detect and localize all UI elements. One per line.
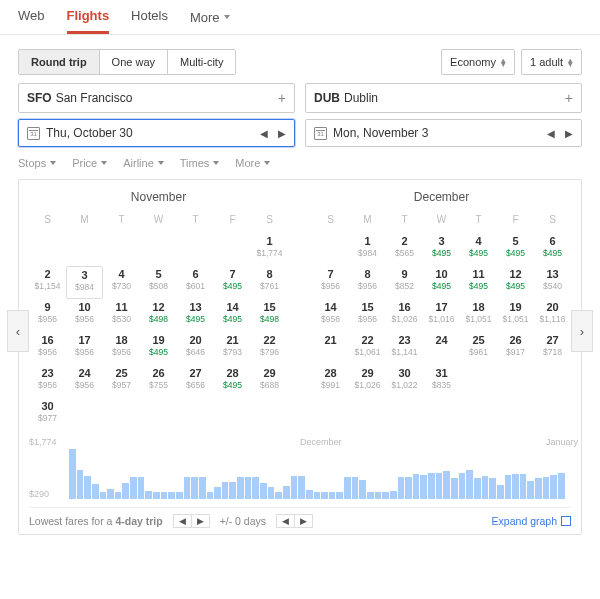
calendar-day[interactable]: 23$1,141	[386, 332, 423, 365]
calendar-day[interactable]: 6$495	[534, 233, 571, 266]
calendar-day[interactable]: 27$718	[534, 332, 571, 365]
chart-bar[interactable]	[367, 492, 374, 499]
calendar-day[interactable]: 29$1,026	[349, 365, 386, 398]
calendar-day[interactable]: 7$495	[214, 266, 251, 299]
chart-bar[interactable]	[443, 471, 450, 499]
calendar-day[interactable]: 11$530	[103, 299, 140, 332]
chart-bar[interactable]	[176, 492, 183, 499]
nav-tab-web[interactable]: Web	[18, 8, 45, 34]
trip-type-multi-city[interactable]: Multi-city	[168, 50, 235, 74]
chart-bar[interactable]	[229, 482, 236, 499]
chart-bar[interactable]	[130, 477, 137, 499]
add-destination-icon[interactable]: +	[565, 90, 573, 106]
chart-bar[interactable]	[520, 474, 527, 499]
calendar-day[interactable]: 20$646	[177, 332, 214, 365]
trip-type-round-trip[interactable]: Round trip	[19, 50, 100, 74]
cal-next-month[interactable]: ›	[571, 310, 593, 352]
chart-bar[interactable]	[344, 477, 351, 499]
calendar-day[interactable]: 4$495	[460, 233, 497, 266]
calendar-day[interactable]: 28$991	[312, 365, 349, 398]
chart-bar[interactable]	[489, 478, 496, 499]
chart-bar[interactable]	[550, 475, 557, 499]
calendar-day[interactable]: 11$495	[460, 266, 497, 299]
calendar-day[interactable]: 8$956	[349, 266, 386, 299]
calendar-day[interactable]: 22$1,061	[349, 332, 386, 365]
calendar-day[interactable]: 7$956	[312, 266, 349, 299]
chart-bar[interactable]	[122, 483, 129, 499]
chart-bar[interactable]	[298, 476, 305, 499]
calendar-day[interactable]: 14$495	[214, 299, 251, 332]
calendar-day[interactable]: 26$755	[140, 365, 177, 398]
calendar-day[interactable]: 22$796	[251, 332, 288, 365]
calendar-day[interactable]: 30$977	[29, 398, 66, 431]
calendar-day[interactable]: 25$957	[103, 365, 140, 398]
calendar-day[interactable]: 8$761	[251, 266, 288, 299]
chart-bar[interactable]	[92, 484, 99, 499]
chart-bar[interactable]	[336, 492, 343, 499]
calendar-day[interactable]: 6$601	[177, 266, 214, 299]
chart-bar[interactable]	[466, 470, 473, 499]
nav-tab-hotels[interactable]: Hotels	[131, 8, 168, 34]
calendar-day[interactable]: 26$917	[497, 332, 534, 365]
calendar-day[interactable]: 30$1,022	[386, 365, 423, 398]
chart-bar[interactable]	[398, 477, 405, 499]
chart-bar[interactable]	[359, 480, 366, 499]
chart-bar[interactable]	[451, 478, 458, 499]
flex-days-stepper[interactable]: ◀▶	[276, 514, 313, 528]
calendar-day[interactable]: 28$495	[214, 365, 251, 398]
chart-bar[interactable]	[382, 492, 389, 499]
calendar-day[interactable]: 20$1,116	[534, 299, 571, 332]
origin-input[interactable]: SFOSan Francisco +	[18, 83, 295, 113]
chart-bar[interactable]	[69, 449, 76, 499]
chart-bar[interactable]	[405, 477, 412, 499]
calendar-day[interactable]: 15$498	[251, 299, 288, 332]
calendar-day[interactable]: 10$956	[66, 299, 103, 332]
chart-bar[interactable]	[84, 476, 91, 499]
chart-bar[interactable]	[268, 487, 275, 499]
chart-bar[interactable]	[436, 473, 443, 499]
chart-bar[interactable]	[505, 475, 512, 499]
chart-bar[interactable]	[100, 492, 107, 499]
add-origin-icon[interactable]: +	[278, 90, 286, 106]
calendar-day[interactable]: 13$495	[177, 299, 214, 332]
chart-bar[interactable]	[375, 492, 382, 499]
chart-bar[interactable]	[245, 477, 252, 499]
chart-bar[interactable]	[237, 477, 244, 499]
chart-bar[interactable]	[306, 490, 313, 499]
chart-bar[interactable]	[535, 478, 542, 499]
trip-type-one-way[interactable]: One way	[100, 50, 168, 74]
filter-more[interactable]: More	[235, 157, 270, 169]
chart-bar[interactable]	[390, 491, 397, 499]
calendar-day[interactable]: 3$495	[423, 233, 460, 266]
calendar-day[interactable]: 2$1,154	[29, 266, 66, 299]
calendar-day[interactable]: 16$1,026	[386, 299, 423, 332]
chart-bar[interactable]	[482, 476, 489, 499]
calendar-day[interactable]: 15$956	[349, 299, 386, 332]
calendar-day[interactable]: 3$984	[66, 266, 103, 299]
chart-bar[interactable]	[497, 485, 504, 499]
calendar-day[interactable]: 18$1,051	[460, 299, 497, 332]
chart-bar[interactable]	[145, 491, 152, 499]
calendar-day[interactable]: 19$495	[140, 332, 177, 365]
calendar-day[interactable]: 9$956	[29, 299, 66, 332]
chart-bar[interactable]	[168, 492, 175, 499]
chart-bar[interactable]	[314, 492, 321, 499]
calendar-day[interactable]: 16$956	[29, 332, 66, 365]
calendar-day[interactable]: 18$956	[103, 332, 140, 365]
calendar-day[interactable]: 10$495	[423, 266, 460, 299]
filter-price[interactable]: Price	[72, 157, 107, 169]
filter-times[interactable]: Times	[180, 157, 220, 169]
calendar-day[interactable]: 23$956	[29, 365, 66, 398]
calendar-day[interactable]: 1$1,774	[251, 233, 288, 266]
calendar-day[interactable]: 25$961	[460, 332, 497, 365]
return-next[interactable]: ▶	[565, 128, 573, 139]
calendar-day[interactable]: 1$984	[349, 233, 386, 266]
pax-select[interactable]: 1 adult▴▾	[521, 49, 582, 75]
nav-tab-flights[interactable]: Flights	[67, 8, 110, 34]
chart-bar[interactable]	[207, 492, 214, 499]
chart-bar[interactable]	[512, 474, 519, 499]
chart-bar[interactable]	[161, 492, 168, 499]
calendar-day[interactable]: 12$498	[140, 299, 177, 332]
calendar-day[interactable]: 24$956	[66, 365, 103, 398]
chart-bar[interactable]	[199, 477, 206, 499]
